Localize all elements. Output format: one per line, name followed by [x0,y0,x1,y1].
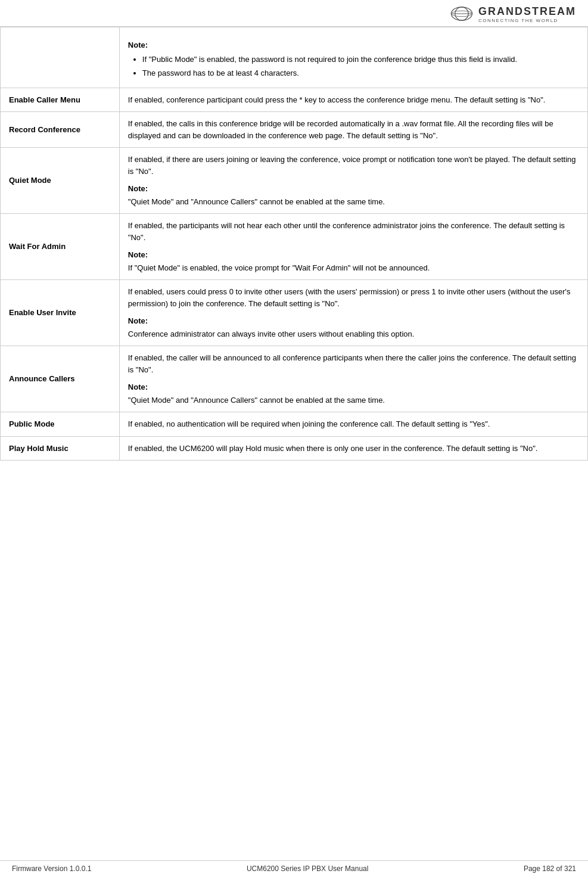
row-content-4: If enabled, the participants will not he… [119,214,587,280]
table-row: Announce Callers If enabled, the caller … [1,346,588,412]
note-text-6: "Quiet Mode" and "Announce Callers" cann… [128,394,579,406]
row-label-5: Enable User Invite [1,280,120,346]
table-row: Play Hold Music If enabled, the UCM6200 … [1,436,588,461]
table-row: Note: If "Public Mode" is enabled, the p… [1,27,588,88]
row-content-3: If enabled, if there are users joining o… [119,148,587,214]
table-row: Enable User Invite If enabled, users cou… [1,280,588,346]
main-table: Note: If "Public Mode" is enabled, the p… [0,27,588,461]
note-list-0: If "Public Mode" is enabled, the passwor… [128,54,579,79]
table-row: Record Conference If enabled, the calls … [1,112,588,148]
note-heading-6: Note: [128,381,579,393]
table-row: Quiet Mode If enabled, if there are user… [1,148,588,214]
row-label-1: Enable Caller Menu [1,88,120,112]
row-label-6: Announce Callers [1,346,120,412]
row-content-2: If enabled, the calls in this conference… [119,112,587,148]
row-label-7: Public Mode [1,412,120,437]
table-row: Public Mode If enabled, no authenticatio… [1,412,588,437]
footer-firmware: Firmware Version 1.0.0.1 [12,865,91,873]
grandstream-logo-icon [450,5,474,23]
note-text-3: "Quiet Mode" and "Announce Callers" cann… [128,196,579,208]
note-heading-0: Note: [128,39,579,51]
row-content-1: If enabled, conference participant could… [119,88,587,112]
row-content-7: If enabled, no authentication will be re… [119,412,587,437]
row-content-8: If enabled, the UCM6200 will play Hold m… [119,436,587,461]
page-footer: Firmware Version 1.0.0.1 UCM6200 Series … [0,860,588,873]
row-label-3: Quiet Mode [1,148,120,214]
row-content-0: Note: If "Public Mode" is enabled, the p… [119,27,587,88]
list-item: The password has to be at least 4 charac… [142,67,579,79]
note-heading-3: Note: [128,183,579,195]
list-item: If "Public Mode" is enabled, the passwor… [142,54,579,66]
footer-manual: UCM6200 Series IP PBX User Manual [247,865,369,873]
footer-page: Page 182 of 321 [524,865,576,873]
logo-tagline: CONNECTING THE WORLD [478,18,576,23]
row-content-5: If enabled, users could press 0 to invit… [119,280,587,346]
table-row: Wait For Admin If enabled, the participa… [1,214,588,280]
row-label-4: Wait For Admin [1,214,120,280]
row-label-8: Play Hold Music [1,436,120,461]
row-label-0 [1,27,120,88]
logo-area: GRANDSTREAM CONNECTING THE WORLD [450,5,576,24]
table-row: Enable Caller Menu If enabled, conferenc… [1,88,588,112]
note-heading-5: Note: [128,315,579,327]
logo-brand: GRANDSTREAM [478,5,576,18]
row-content-6: If enabled, the caller will be announced… [119,346,587,412]
row-label-2: Record Conference [1,112,120,148]
page-header: GRANDSTREAM CONNECTING THE WORLD [0,0,588,27]
note-text-5: Conference administrator can always invi… [128,328,579,340]
note-text-4: If "Quiet Mode" is enabled, the voice pr… [128,262,579,274]
note-heading-4: Note: [128,249,579,261]
